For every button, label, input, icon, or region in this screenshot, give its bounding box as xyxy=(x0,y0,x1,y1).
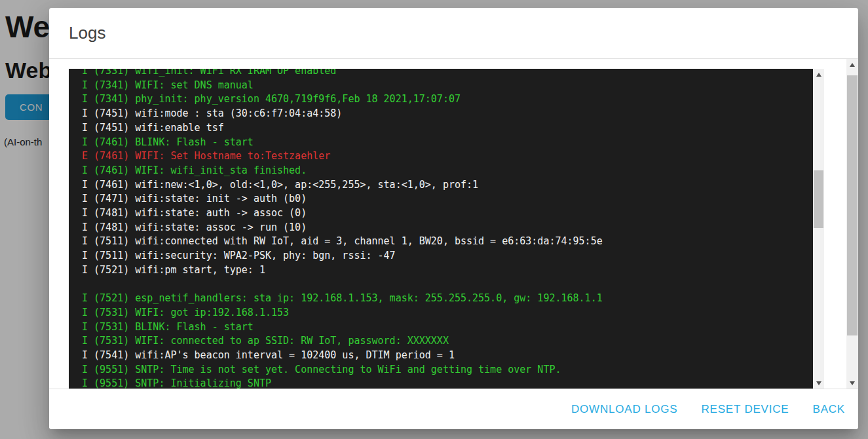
log-line: I (7461) BLINK: Flash - start xyxy=(82,136,810,150)
log-line: I (7511) wifi:connected with RW IoT, aid… xyxy=(82,235,810,249)
dialog-title: Logs xyxy=(69,23,105,43)
log-line: I (7531) WIFI: got ip:192.168.1.153 xyxy=(82,306,810,320)
dialog-scrollbar-thumb[interactable] xyxy=(847,75,858,335)
log-content: I (7331) wifi_init: WiFi RX IRAM OP enab… xyxy=(82,69,810,389)
log-line: I (7451) wifi:mode : sta (30:c6:f7:04:a4… xyxy=(82,107,810,121)
log-line: I (7471) wifi:state: init -> auth (b0) xyxy=(82,192,810,206)
log-scrollbar[interactable] xyxy=(813,69,824,389)
log-line: I (7531) BLINK: Flash - start xyxy=(82,320,810,335)
dialog-header: Logs xyxy=(49,8,858,59)
log-line: I (9551) SNTP: Initializing SNTP xyxy=(82,377,810,389)
log-line: I (7341) WIFI: set DNS manual xyxy=(82,79,810,93)
dialog-body: I (7331) wifi_init: WiFi RX IRAM OP enab… xyxy=(49,59,858,389)
log-line: I (7541) wifi:AP's beacon interval = 102… xyxy=(82,349,810,363)
log-line: I (7531) WIFI: connected to ap SSID: RW … xyxy=(82,334,810,349)
scroll-down-icon[interactable] xyxy=(813,377,824,389)
back-button[interactable]: BACK xyxy=(813,403,846,416)
scroll-up-icon[interactable] xyxy=(846,59,858,70)
log-line xyxy=(82,278,810,292)
log-line: E (7461) WIFI: Set Hostname to:Testzaehl… xyxy=(82,149,810,164)
log-scrollbar-thumb[interactable] xyxy=(814,170,823,228)
dialog-footer: DOWNLOAD LOGSRESET DEVICEBACK xyxy=(49,389,858,429)
log-line: I (7481) wifi:state: auth -> assoc (0) xyxy=(82,206,810,221)
scroll-down-icon[interactable] xyxy=(846,377,858,389)
log-line: I (7331) wifi_init: WiFi RX IRAM OP enab… xyxy=(82,69,810,79)
scroll-up-icon[interactable] xyxy=(813,69,824,80)
reset-device-button[interactable]: RESET DEVICE xyxy=(702,403,789,416)
log-line: I (7521) esp_netif_handlers: sta ip: 192… xyxy=(82,292,810,306)
log-line: I (7461) WIFI: wifi_init_sta finished. xyxy=(82,164,810,178)
log-line: I (7481) wifi:state: assoc -> run (10) xyxy=(82,221,810,235)
log-line: I (7461) wifi:new:<1,0>, old:<1,0>, ap:<… xyxy=(82,178,810,193)
dialog-scrollbar[interactable] xyxy=(846,59,858,389)
log-line: I (7521) wifi:pm start, type: 1 xyxy=(82,263,810,278)
log-line: I (7341) phy_init: phy_version 4670,719f… xyxy=(82,92,810,107)
download-logs-button[interactable]: DOWNLOAD LOGS xyxy=(571,403,677,416)
log-console[interactable]: I (7331) wifi_init: WiFi RX IRAM OP enab… xyxy=(69,69,824,389)
log-line: I (7511) wifi:security: WPA2-PSK, phy: b… xyxy=(82,249,810,263)
log-line: I (7451) wifi:enable tsf xyxy=(82,121,810,136)
logs-dialog: Logs I (7331) wifi_init: WiFi RX IRAM OP… xyxy=(49,8,858,429)
log-line: I (9551) SNTP: Time is not set yet. Conn… xyxy=(82,363,810,377)
